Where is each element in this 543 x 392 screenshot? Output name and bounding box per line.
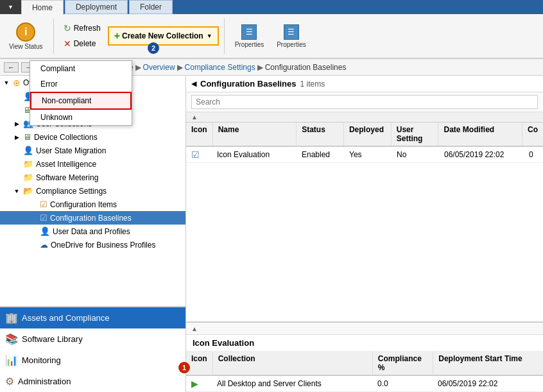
col-header-icon[interactable]: Icon (186, 123, 213, 146)
view-status-button[interactable]: i View Status (4, 20, 48, 53)
properties-label-2: Properties (277, 41, 306, 48)
row-icon: ☑ (186, 147, 212, 162)
breadcrumb-3[interactable]: Compliance Settings (185, 63, 255, 72)
sidebar-item-user-data-profiles[interactable]: 👤 User Data and Profiles (0, 225, 185, 238)
bottom-nav-monitoring[interactable]: 📊 Monitoring (0, 350, 185, 371)
row-name: Icon Evaluation (212, 148, 297, 162)
properties-button-2[interactable]: ☰ Properties (272, 22, 311, 50)
refresh-button[interactable]: ↻ Refresh (59, 21, 105, 35)
software-library-nav-icon: 📚 (5, 333, 18, 345)
table-row[interactable]: ☑ Icon Evaluation Enabled Yes No 06/05/2… (186, 147, 543, 163)
details-row-icon: ▶ (186, 376, 212, 391)
usm-icon: 👤 (23, 146, 33, 155)
col-header-name[interactable]: Name (213, 123, 297, 146)
asset-intelligence-icon: 📁 (23, 159, 33, 169)
sidebar-label-onedrive: OneDrive for Business Profiles (51, 241, 155, 250)
tab-home[interactable]: Home (21, 0, 64, 15)
col-header-status[interactable]: Status (297, 123, 344, 146)
nav-back-button[interactable]: ← (4, 62, 19, 72)
bottom-nav-assets-label: Assets and Compliance (22, 313, 110, 323)
config-baselines-icon: ☑ (40, 213, 47, 223)
sidebar-label-software-metering: Software Metering (36, 173, 98, 182)
sidebar-item-user-state-migration[interactable]: 👤 User State Migration (0, 144, 185, 157)
breadcrumb-sep-2: ▶ (177, 63, 183, 72)
user-data-profiles-icon: 👤 (40, 226, 50, 236)
dropdown-non-compliant[interactable]: Non-compliant (30, 92, 132, 110)
create-collection-dropdown-menu: Compliant Error Non-compliant Unknown (30, 60, 132, 126)
expander-user-collections[interactable]: ▶ (13, 120, 21, 128)
compliance-settings-icon: 📂 (23, 186, 33, 196)
dropdown-compliant[interactable]: Compliant (30, 61, 132, 76)
view-status-icon: i (16, 22, 35, 42)
breadcrumb-sep-3: ▶ (257, 63, 263, 72)
properties-icon-1: ☰ (241, 24, 257, 40)
sidebar-label-config-items: Configuration Items (50, 200, 117, 209)
bottom-nav-assets[interactable]: 🏢 Assets and Compliance (0, 307, 185, 328)
details-col-icon[interactable]: Icon (186, 352, 213, 375)
bottom-nav-software-label: Software Library (22, 334, 83, 344)
sidebar-item-config-baselines[interactable]: ☑ Configuration Baselines (0, 211, 185, 225)
content-title: Configuration Baselines (200, 79, 297, 89)
row-user-setting: No (392, 148, 439, 162)
details-col-compliance[interactable]: Compliance % (373, 352, 433, 375)
details-title: Icon Evaluation (186, 335, 543, 352)
onedrive-icon: ☁ (40, 240, 48, 250)
create-collection-dropdown-icon: ▼ (207, 33, 212, 39)
details-row-collection: All Desktop and Server Clients (212, 377, 372, 391)
col-header-user-setting[interactable]: User Setting (392, 123, 439, 146)
breadcrumb-sep-1: ▶ (135, 63, 141, 72)
expander-device-collections[interactable]: ▶ (13, 133, 21, 141)
bottom-nav-admin-label: Administration (18, 377, 71, 386)
delete-button[interactable]: ✕ Delete (59, 37, 105, 51)
sidebar-item-device-collections[interactable]: ▶ 🖥 Device Collections (0, 130, 185, 144)
sidebar-item-config-items[interactable]: ☑ Configuration Items (0, 198, 185, 211)
col-header-co[interactable]: Co (522, 123, 543, 146)
sidebar-item-compliance-settings[interactable]: ▼ 📂 Compliance Settings (0, 184, 185, 198)
row-co: 0 (524, 148, 543, 162)
sidebar-label-device-collections: Device Collections (34, 133, 98, 142)
dropdown-unknown[interactable]: Unknown (30, 110, 132, 125)
properties-button-1[interactable]: ☰ Properties (230, 22, 270, 50)
row-deployed: Yes (344, 148, 392, 162)
device-collections-icon: 🖥 (23, 132, 31, 142)
sidebar-label-user-data-profiles: User Data and Profiles (53, 227, 130, 236)
sidebar-item-software-metering[interactable]: 📁 Software Metering (0, 171, 185, 184)
badge-2: 2 (148, 42, 159, 54)
overview-icon: ⊕ (13, 78, 21, 88)
view-status-label: View Status (9, 43, 43, 50)
collapse-sidebar-arrow[interactable]: ◀ (191, 80, 196, 88)
software-metering-icon: 📁 (23, 173, 33, 182)
details-col-collection[interactable]: Collection (213, 352, 373, 375)
create-collection-plus-icon: + (114, 30, 120, 42)
item-count: 1 items (300, 80, 325, 89)
tab-deployment[interactable]: Deployment (65, 0, 128, 14)
config-items-icon: ☑ (40, 200, 47, 209)
refresh-icon: ↻ (64, 23, 71, 33)
details-row[interactable]: ▶ All Desktop and Server Clients 0.0 06/… (186, 376, 543, 392)
tab-folder[interactable]: Folder (129, 0, 173, 14)
app-menu-button[interactable]: ▼ (0, 0, 21, 14)
col-header-date-modified[interactable]: Date Modified (438, 123, 522, 146)
sidebar-label-compliance-settings: Compliance Settings (36, 187, 107, 196)
monitoring-nav-icon: 📊 (5, 354, 18, 366)
sidebar-label-usm: User State Migration (36, 146, 106, 155)
sidebar-label-asset-intelligence: Asset Intelligence (36, 160, 96, 169)
row-date-modified: 06/05/2019 22:02 (439, 148, 524, 162)
col-header-deployed[interactable]: Deployed (344, 123, 392, 146)
bottom-nav-monitoring-label: Monitoring (22, 355, 61, 365)
badge-1: 1 (178, 362, 190, 373)
details-row-compliance: 0.0 (372, 377, 433, 391)
breadcrumb-2[interactable]: Overview (143, 63, 175, 72)
dropdown-error[interactable]: Error (30, 76, 132, 92)
search-input[interactable] (191, 95, 538, 109)
create-new-collection-button[interactable]: + Create New Collection ▼ (108, 26, 219, 46)
details-col-start-time[interactable]: Deployment Start Time (433, 352, 543, 375)
bottom-nav-software-library[interactable]: 📚 Software Library (0, 328, 185, 350)
sidebar-item-onedrive-profiles[interactable]: ☁ OneDrive for Business Profiles (0, 238, 185, 251)
details-row-start-time: 06/05/2019 22:02 (433, 377, 543, 391)
expander-overview[interactable]: ▼ (3, 79, 10, 87)
expander-compliance-settings[interactable]: ▼ (13, 187, 21, 195)
bottom-nav-administration[interactable]: ⚙ Administration (0, 371, 185, 392)
properties-icon-2: ☰ (284, 24, 299, 40)
sidebar-item-asset-intelligence[interactable]: 📁 Asset Intelligence (0, 157, 185, 171)
